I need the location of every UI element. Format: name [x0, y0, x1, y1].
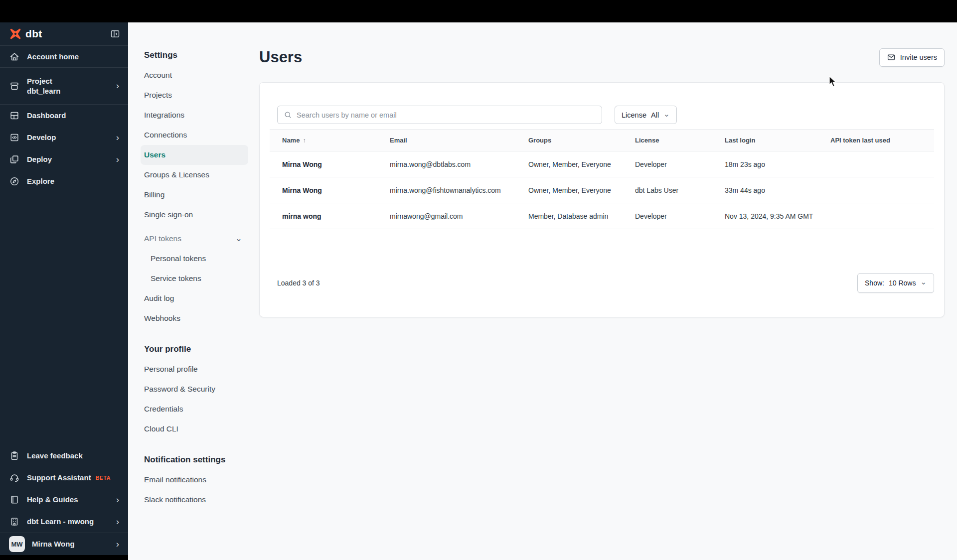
page-title: Users [259, 48, 302, 66]
settings-item-slack-notifications[interactable]: Slack notifications [141, 490, 248, 510]
cell-name: mirna wong [270, 212, 390, 220]
clipboard-icon [9, 450, 20, 461]
settings-item-password-security[interactable]: Password & Security [141, 379, 248, 399]
column-header-email[interactable]: Email [390, 137, 528, 144]
chevron-right-icon: › [116, 81, 119, 91]
settings-item-service-tokens[interactable]: Service tokens [141, 269, 248, 288]
sidebar-collapse-icon[interactable] [110, 29, 120, 39]
sidebar-nav: Account home Project dbt_learn › Dashboa… [0, 46, 128, 192]
sidebar-item-support-assistant[interactable]: Support Assistant BETA [0, 467, 128, 489]
headset-icon [9, 472, 20, 483]
table-row[interactable]: Mirna Wong mirna.wong@fishtownanalytics.… [270, 177, 934, 203]
settings-item-audit-log[interactable]: Audit log [141, 288, 248, 308]
license-filter-label: License [622, 111, 646, 119]
column-header-last-login[interactable]: Last login [725, 137, 830, 144]
loaded-count-text: Loaded 3 of 3 [277, 279, 320, 287]
table-row[interactable]: Mirna Wong mirna.wong@dbtlabs.com Owner,… [270, 151, 934, 177]
sidebar-item-help-guides[interactable]: Help & Guides › [0, 489, 128, 511]
sidebar-item-label: Deploy [27, 154, 52, 164]
sidebar-item-label: Project dbt_learn [27, 76, 61, 96]
cell-groups: Owner, Member, Everyone [528, 186, 635, 194]
settings-item-users[interactable]: Users [141, 145, 248, 165]
settings-item-webhooks[interactable]: Webhooks [141, 308, 248, 328]
license-filter-dropdown[interactable]: License All ⌄ [615, 106, 677, 124]
settings-item-integrations[interactable]: Integrations [141, 105, 248, 125]
sidebar-item-explore[interactable]: Explore [0, 170, 128, 192]
compass-icon [9, 176, 20, 187]
chevron-right-icon: › [116, 539, 119, 550]
code-icon [9, 132, 20, 143]
sidebar-item-label: Develop [27, 133, 56, 142]
settings-item-personal-tokens[interactable]: Personal tokens [141, 249, 248, 269]
cell-email: mirna.wong@fishtownanalytics.com [390, 186, 528, 194]
users-card: License All ⌄ Name↑ Email Groups License… [259, 82, 945, 317]
beta-badge: BETA [96, 475, 111, 481]
sidebar-item-deploy[interactable]: Deploy › [0, 148, 128, 170]
deploy-layers-icon [9, 154, 20, 165]
chevron-right-icon: › [116, 495, 119, 505]
rows-per-page-dropdown[interactable]: Show: 10 Rows ⌄ [857, 273, 934, 293]
sidebar-item-dbt-learn[interactable]: dbt Learn - mwong › [0, 511, 128, 533]
settings-item-cloud-cli[interactable]: Cloud CLI [141, 419, 248, 439]
sidebar-item-label: Account home [27, 52, 79, 62]
cell-last-login: Nov 13, 2024, 9:35 AM GMT [725, 212, 830, 220]
sidebar-item-account-home[interactable]: Account home [0, 46, 128, 68]
user-name: Mirna Wong [32, 539, 75, 549]
license-filter-value: All [651, 111, 659, 119]
sidebar-user-menu[interactable]: MW Mirna Wong › [0, 533, 128, 555]
chevron-right-icon: › [116, 517, 119, 527]
cell-groups: Owner, Member, Everyone [528, 160, 635, 168]
show-value: 10 Rows [889, 279, 916, 287]
sort-asc-icon: ↑ [303, 137, 306, 144]
envelope-icon [887, 53, 896, 62]
api-tokens-label: API tokens [144, 234, 181, 243]
column-header-name[interactable]: Name↑ [270, 137, 390, 144]
invite-users-label: Invite users [900, 53, 937, 61]
column-header-groups[interactable]: Groups [528, 137, 635, 144]
cell-last-login: 18m 23s ago [725, 160, 830, 168]
sidebar-item-label: Dashboard [27, 111, 66, 121]
settings-item-single-sign-on[interactable]: Single sign-on [141, 205, 248, 225]
settings-item-credentials[interactable]: Credentials [141, 399, 248, 419]
users-table: Name↑ Email Groups License Last login AP… [270, 129, 934, 229]
sidebar-item-label: Leave feedback [27, 451, 83, 461]
chevron-right-icon: › [116, 154, 119, 165]
project-box-icon [9, 81, 20, 92]
sidebar-item-dashboard[interactable]: Dashboard [0, 105, 128, 127]
table-row[interactable]: mirna wong mirnawong@gmail.com Member, D… [270, 203, 934, 229]
invite-users-button[interactable]: Invite users [879, 48, 945, 67]
cell-license: Developer [635, 212, 725, 220]
bottom-black-strip [0, 555, 128, 560]
dashboard-grid-icon [9, 110, 20, 121]
settings-item-billing[interactable]: Billing [141, 185, 248, 205]
settings-item-groups-licenses[interactable]: Groups & Licenses [141, 165, 248, 185]
settings-item-api-tokens[interactable]: API tokens ⌄ [141, 229, 248, 249]
home-icon [9, 51, 20, 62]
show-label: Show: [865, 279, 884, 287]
settings-item-email-notifications[interactable]: Email notifications [141, 470, 248, 490]
top-black-bar [0, 0, 957, 22]
sidebar-footer: Leave feedback Support Assistant BETA He… [0, 445, 128, 560]
settings-item-personal-profile[interactable]: Personal profile [141, 359, 248, 379]
settings-nav: Settings Account Projects Integrations C… [128, 22, 259, 560]
cell-email: mirnawong@gmail.com [390, 212, 528, 220]
settings-heading: Settings [144, 45, 259, 65]
cell-last-login: 33m 44s ago [725, 186, 830, 194]
sidebar-item-project[interactable]: Project dbt_learn › [0, 68, 128, 105]
search-input[interactable] [297, 111, 596, 119]
logo-row: dbt [0, 22, 128, 46]
column-header-api-token[interactable]: API token last used [830, 137, 934, 144]
sidebar-item-label: Support Assistant [27, 473, 91, 483]
settings-item-account[interactable]: Account [141, 65, 248, 85]
cell-groups: Member, Database admin [528, 212, 635, 220]
column-header-license[interactable]: License [635, 137, 725, 144]
table-header-row: Name↑ Email Groups License Last login AP… [270, 129, 934, 151]
cell-email: mirna.wong@dbtlabs.com [390, 160, 528, 168]
settings-item-connections[interactable]: Connections [141, 125, 248, 145]
settings-item-projects[interactable]: Projects [141, 85, 248, 105]
sidebar-item-leave-feedback[interactable]: Leave feedback [0, 445, 128, 467]
building-icon [9, 516, 20, 527]
sidebar-item-develop[interactable]: Develop › [0, 127, 128, 148]
sidebar-item-label: Help & Guides [27, 495, 78, 505]
cell-license: dbt Labs User [635, 186, 725, 194]
